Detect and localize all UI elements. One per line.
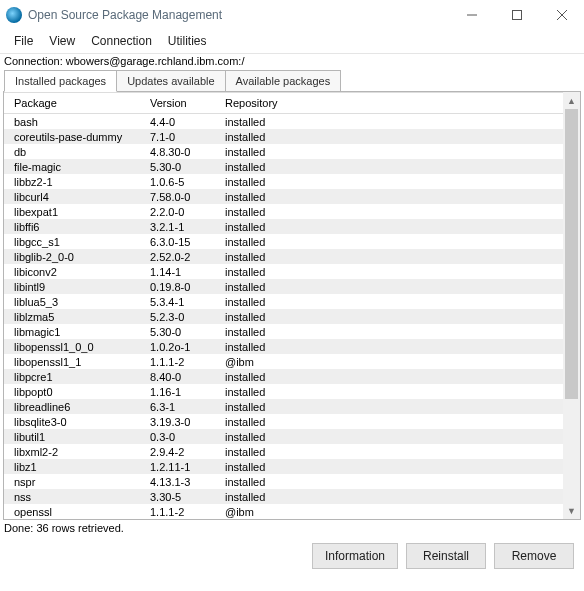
table-row[interactable]: file-magic5.30-0installed [4, 159, 563, 174]
tab-installed[interactable]: Installed packages [4, 70, 117, 92]
table-row[interactable]: libopenssl1_0_01.0.2o-1installed [4, 339, 563, 354]
menu-view[interactable]: View [41, 32, 83, 50]
cell-version: 6.3-1 [144, 399, 219, 414]
table-row[interactable]: liblua5_35.3.4-1installed [4, 294, 563, 309]
table-row[interactable]: liblzma55.2.3-0installed [4, 309, 563, 324]
table-row[interactable]: libbz2-11.0.6-5installed [4, 174, 563, 189]
maximize-button[interactable] [494, 0, 539, 30]
cell-repository: installed [219, 114, 563, 130]
table-row[interactable]: libxml2-22.9.4-2installed [4, 444, 563, 459]
cell-repository: @ibm [219, 354, 563, 369]
cell-repository: installed [219, 234, 563, 249]
cell-repository: installed [219, 414, 563, 429]
cell-package: liblzma5 [4, 309, 144, 324]
table-row[interactable]: libreadline66.3-1installed [4, 399, 563, 414]
cell-repository: installed [219, 369, 563, 384]
table-row[interactable]: libintl90.19.8-0installed [4, 279, 563, 294]
table-row[interactable]: nspr4.13.1-3installed [4, 474, 563, 489]
cell-version: 1.2.11-1 [144, 459, 219, 474]
tab-updates[interactable]: Updates available [116, 70, 225, 92]
cell-version: 7.1-0 [144, 129, 219, 144]
reinstall-button[interactable]: Reinstall [406, 543, 486, 569]
scroll-up-arrow-icon[interactable]: ▲ [563, 92, 580, 109]
connection-line: Connection: wbowers@garage.rchland.ibm.c… [0, 54, 584, 69]
table-row[interactable]: libffi63.2.1-1installed [4, 219, 563, 234]
table-row[interactable]: libexpat12.2.0-0installed [4, 204, 563, 219]
svg-rect-1 [512, 11, 521, 20]
table-row[interactable]: libutil10.3-0installed [4, 429, 563, 444]
cell-repository: installed [219, 294, 563, 309]
cell-repository: installed [219, 174, 563, 189]
table-row[interactable]: libpopt01.16-1installed [4, 384, 563, 399]
cell-repository: installed [219, 429, 563, 444]
table-row[interactable]: openssl1.1.1-2@ibm [4, 504, 563, 519]
tab-available[interactable]: Available packages [225, 70, 342, 92]
menu-connection[interactable]: Connection [83, 32, 160, 50]
scroll-thumb[interactable] [565, 109, 578, 399]
window-controls [449, 0, 584, 30]
cell-package: libsqlite3-0 [4, 414, 144, 429]
remove-button[interactable]: Remove [494, 543, 574, 569]
table-row[interactable]: libz11.2.11-1installed [4, 459, 563, 474]
cell-repository: installed [219, 489, 563, 504]
menu-utilities[interactable]: Utilities [160, 32, 215, 50]
scroll-track[interactable] [563, 109, 580, 502]
cell-repository: installed [219, 309, 563, 324]
table-row[interactable]: coreutils-pase-dummy7.1-0installed [4, 129, 563, 144]
table-row[interactable]: bash4.4-0installed [4, 114, 563, 130]
close-button[interactable] [539, 0, 584, 30]
table-row[interactable]: nss3.30-5installed [4, 489, 563, 504]
table-row[interactable]: libgcc_s16.3.0-15installed [4, 234, 563, 249]
cell-package: libopenssl1_0_0 [4, 339, 144, 354]
col-header-package[interactable]: Package [4, 93, 144, 114]
cell-package: libxml2-2 [4, 444, 144, 459]
cell-version: 3.2.1-1 [144, 219, 219, 234]
cell-package: openssl [4, 504, 144, 519]
cell-version: 7.58.0-0 [144, 189, 219, 204]
table-row[interactable]: libglib-2_0-02.52.0-2installed [4, 249, 563, 264]
cell-version: 1.16-1 [144, 384, 219, 399]
titlebar: Open Source Package Management [0, 0, 584, 30]
table-row[interactable]: libcurl47.58.0-0installed [4, 189, 563, 204]
cell-version: 1.1.1-2 [144, 504, 219, 519]
menu-file[interactable]: File [6, 32, 41, 50]
cell-repository: installed [219, 324, 563, 339]
col-header-repository[interactable]: Repository [219, 93, 563, 114]
cell-package: libexpat1 [4, 204, 144, 219]
col-header-version[interactable]: Version [144, 93, 219, 114]
footer-buttons: Information Reinstall Remove [0, 537, 584, 579]
table-row[interactable]: libiconv21.14-1installed [4, 264, 563, 279]
cell-package: libpcre1 [4, 369, 144, 384]
cell-package: nss [4, 489, 144, 504]
cell-package: libopenssl1_1 [4, 354, 144, 369]
cell-package: libglib-2_0-0 [4, 249, 144, 264]
cell-version: 2.2.0-0 [144, 204, 219, 219]
cell-version: 0.19.8-0 [144, 279, 219, 294]
table-row[interactable]: libpcre18.40-0installed [4, 369, 563, 384]
table-row[interactable]: db4.8.30-0installed [4, 144, 563, 159]
cell-repository: installed [219, 339, 563, 354]
information-button[interactable]: Information [312, 543, 398, 569]
packages-table: Package Version Repository bash4.4-0inst… [4, 92, 563, 519]
cell-repository: installed [219, 264, 563, 279]
cell-repository: installed [219, 444, 563, 459]
table-row[interactable]: libsqlite3-03.19.3-0installed [4, 414, 563, 429]
cell-package: nspr [4, 474, 144, 489]
cell-package: db [4, 144, 144, 159]
scroll-down-arrow-icon[interactable]: ▼ [563, 502, 580, 519]
cell-repository: installed [219, 144, 563, 159]
cell-version: 5.3.4-1 [144, 294, 219, 309]
cell-package: bash [4, 114, 144, 130]
minimize-button[interactable] [449, 0, 494, 30]
cell-version: 1.14-1 [144, 264, 219, 279]
cell-repository: @ibm [219, 504, 563, 519]
cell-repository: installed [219, 204, 563, 219]
cell-package: libmagic1 [4, 324, 144, 339]
cell-repository: installed [219, 399, 563, 414]
cell-version: 4.8.30-0 [144, 144, 219, 159]
table-row[interactable]: libopenssl1_11.1.1-2@ibm [4, 354, 563, 369]
table-row[interactable]: libmagic15.30-0installed [4, 324, 563, 339]
cell-package: file-magic [4, 159, 144, 174]
vertical-scrollbar[interactable]: ▲ ▼ [563, 92, 580, 519]
cell-version: 6.3.0-15 [144, 234, 219, 249]
